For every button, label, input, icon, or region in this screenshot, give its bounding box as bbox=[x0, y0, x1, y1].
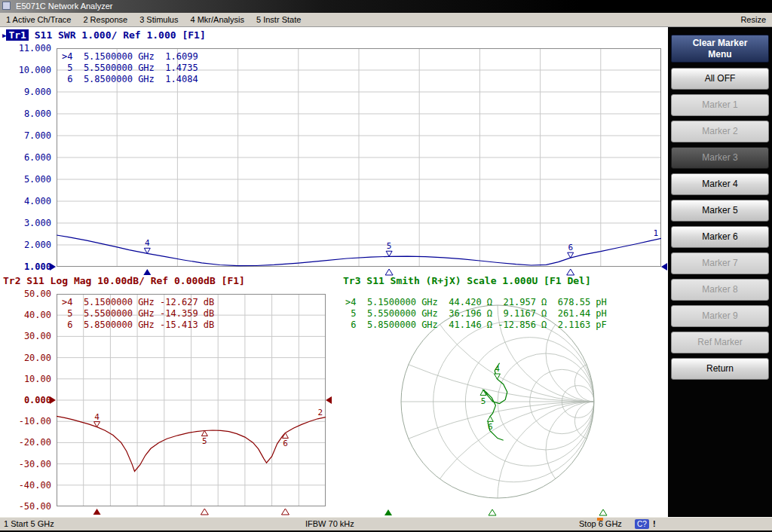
tr2-ref-level-arrow-left bbox=[50, 396, 56, 404]
svg-text:6: 6 bbox=[283, 439, 288, 448]
softkey-marker-7: Marker 7 bbox=[671, 252, 769, 274]
y-axis-label: 40.00 bbox=[0, 310, 51, 320]
marker-readout-row: >4 5.1500000 GHz -12.627 dB bbox=[62, 297, 214, 308]
y-axis-label: 0.000 bbox=[0, 395, 51, 405]
menu-items: 1 Active Ch/Trace2 Response3 Stimulus4 M… bbox=[0, 13, 772, 26]
y-axis-label: 11.000 bbox=[0, 43, 51, 54]
sweep-indicator bbox=[597, 518, 603, 521]
y-axis-label: -20.00 bbox=[0, 437, 51, 448]
softkey-marker-1: Marker 1 bbox=[671, 94, 769, 116]
softkey-ref-marker: Ref Marker bbox=[671, 332, 769, 353]
menu-item-5[interactable]: 5 Instr State bbox=[250, 13, 307, 26]
alert-indicator: ! bbox=[653, 518, 656, 530]
softkey-all-off[interactable]: All OFF bbox=[671, 68, 769, 90]
marker-readout-row: 6 5.8500000 GHz 1.4084 bbox=[62, 74, 198, 85]
menu-bar: 1 Active Ch/Trace2 Response3 Stimulus4 M… bbox=[0, 13, 772, 27]
tr2-ref-level-arrow-right bbox=[326, 396, 332, 404]
menu-item-3[interactable]: 3 Stimulus bbox=[133, 13, 184, 26]
ifbw-readout: IFBW 70 kHz bbox=[305, 518, 354, 530]
marker-readout-row: 5 5.5500000 GHz 36.196 Ω 9.1167 Ω 261.44… bbox=[345, 308, 607, 320]
y-axis-label: 3.000 bbox=[0, 218, 51, 228]
marker-readout-row: >4 5.1500000 GHz 1.6099 bbox=[62, 51, 198, 63]
tr2-header[interactable]: Tr2 S11 Log Mag 10.00dB/ Ref 0.000dB [F1… bbox=[3, 275, 245, 286]
softkey-marker-5[interactable]: Marker 5 bbox=[671, 200, 769, 222]
softkey-marker-9: Marker 9 bbox=[671, 305, 769, 327]
svg-text:1: 1 bbox=[653, 228, 658, 238]
y-axis-label: -50.00 bbox=[0, 501, 51, 512]
marker-readout-row: 5 5.5500000 GHz 1.4735 bbox=[62, 63, 198, 74]
marker-readout-row: >4 5.1500000 GHz 44.420 Ω 21.957 Ω 678.5… bbox=[345, 297, 607, 308]
y-axis-label: 4.000 bbox=[0, 196, 51, 206]
softkey-marker-8: Marker 8 bbox=[671, 279, 769, 301]
softkey-marker-3[interactable]: Marker 3 bbox=[671, 147, 769, 169]
tr1-chip: Tr1 bbox=[6, 29, 28, 41]
tr3-marker-readouts: >4 5.1500000 GHz 44.420 Ω 21.957 Ω 678.5… bbox=[345, 297, 607, 331]
y-axis-label: 8.000 bbox=[0, 109, 51, 119]
y-axis-label: 5.000 bbox=[0, 174, 51, 185]
menu-item-1[interactable]: 1 Active Ch/Trace bbox=[0, 13, 77, 26]
app-icon bbox=[2, 2, 11, 10]
window-title: E5071C Network Analyzer bbox=[16, 2, 112, 11]
svg-text:4: 4 bbox=[94, 412, 100, 422]
y-axis-label: 6.000 bbox=[0, 152, 51, 163]
svg-text:5: 5 bbox=[387, 241, 392, 251]
svg-text:6: 6 bbox=[488, 422, 493, 432]
menu-resize[interactable]: Resize bbox=[740, 13, 766, 26]
y-axis-label: 30.00 bbox=[0, 331, 51, 341]
y-axis-label: -30.00 bbox=[0, 459, 51, 469]
y-axis-label: 1.000 bbox=[0, 261, 51, 272]
tr1-ref-level-arrow-left bbox=[50, 263, 56, 271]
softkey-return[interactable]: Return bbox=[671, 358, 769, 380]
softkey-sidebar: Clear Marker Menu All OFFMarker 1Marker … bbox=[668, 27, 772, 517]
svg-text:2: 2 bbox=[317, 408, 323, 417]
softkey-marker-4[interactable]: Marker 4 bbox=[671, 173, 769, 195]
softkey-list: All OFFMarker 1Marker 2Marker 3Marker 4M… bbox=[671, 68, 769, 384]
tr1-header[interactable]: ▶Tr1 S11 SWR 1.000/ Ref 1.000 [F1] bbox=[2, 29, 206, 41]
marker-readout-row: 6 5.8500000 GHz -15.413 dB bbox=[62, 320, 214, 331]
y-axis-label: -40.00 bbox=[0, 480, 51, 491]
menu-item-2[interactable]: 2 Response bbox=[77, 13, 133, 26]
correction-badge: C? bbox=[635, 519, 649, 529]
title-bar[interactable]: E5071C Network Analyzer bbox=[0, 0, 772, 13]
softkey-marker-6[interactable]: Marker 6 bbox=[671, 226, 769, 248]
trace-display-area: ▶Tr1 S11 SWR 1.000/ Ref 1.000 [F1] 11.00… bbox=[0, 27, 668, 517]
y-axis-label: 10.000 bbox=[0, 65, 51, 75]
tr1-params: S11 SWR 1.000/ Ref 1.000 [F1] bbox=[29, 29, 206, 41]
status-bar: 1 Start 5 GHz IFBW 70 kHz Stop 6 GHz C? … bbox=[0, 517, 772, 530]
marker-readout-row: 6 5.8500000 GHz 41.146 Ω -12.856 Ω 2.116… bbox=[345, 320, 607, 331]
y-axis-label: 2.000 bbox=[0, 240, 51, 250]
y-axis-label: 10.00 bbox=[0, 374, 51, 384]
svg-text:4: 4 bbox=[495, 364, 500, 374]
y-axis-label: 9.000 bbox=[0, 87, 51, 97]
start-frequency: 1 Start 5 GHz bbox=[4, 518, 54, 530]
y-axis-label: 7.000 bbox=[0, 130, 51, 141]
tr1-marker-readouts: >4 5.1500000 GHz 1.6099 5 5.5500000 GHz … bbox=[62, 51, 198, 85]
svg-text:5: 5 bbox=[202, 436, 207, 446]
marker-readout-row: 5 5.5500000 GHz -14.359 dB bbox=[62, 308, 214, 320]
tr2-marker-readouts: >4 5.1500000 GHz -12.627 dB 5 5.5500000 … bbox=[62, 297, 214, 331]
tr3-header[interactable]: Tr3 S11 Smith (R+jX) Scale 1.000U [F1 De… bbox=[343, 275, 591, 286]
svg-text:6: 6 bbox=[568, 243, 573, 252]
y-axis-label: 50.00 bbox=[0, 289, 51, 299]
softkey-menu-title: Clear Marker Menu bbox=[671, 35, 769, 63]
y-axis-label: -10.00 bbox=[0, 416, 51, 427]
softkey-marker-2: Marker 2 bbox=[671, 121, 769, 142]
svg-text:5: 5 bbox=[481, 396, 486, 406]
menu-item-4[interactable]: 4 Mkr/Analysis bbox=[184, 13, 250, 26]
svg-text:4: 4 bbox=[145, 238, 150, 248]
tr1-ref-level-arrow-right bbox=[661, 263, 667, 271]
y-axis-label: 20.00 bbox=[0, 353, 51, 363]
